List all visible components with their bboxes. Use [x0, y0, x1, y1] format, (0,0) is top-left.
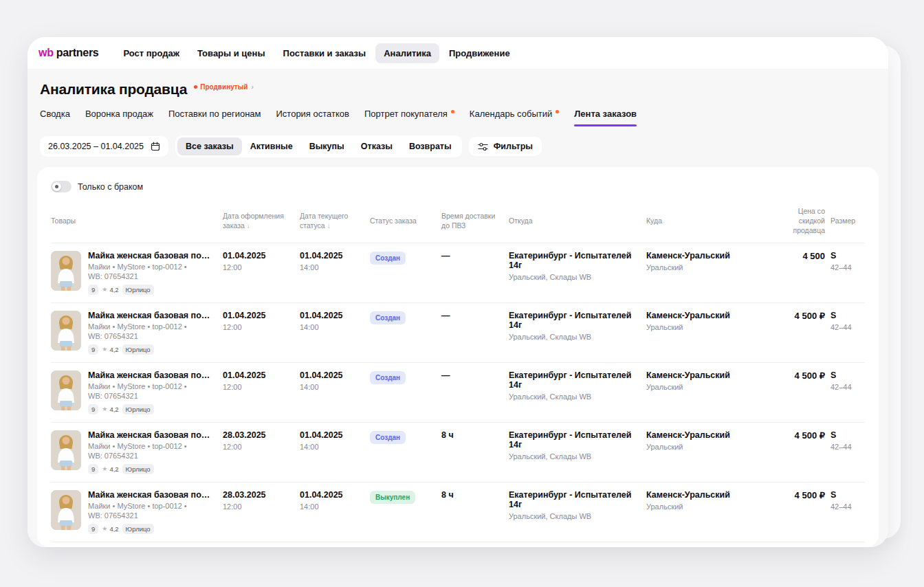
- nav-item-goods-prices[interactable]: Товары и цены: [189, 43, 274, 63]
- tab-supplies-by-region[interactable]: Поставки по регионам: [168, 109, 261, 126]
- from-region: Уральский, Склады WB: [509, 512, 639, 520]
- product-wb-article: WB: 07654321: [88, 511, 215, 520]
- date-range-picker[interactable]: 26.03.2025 – 01.04.2025: [40, 136, 168, 157]
- sort-down-icon: ↓: [327, 222, 331, 230]
- product-info: Майка женская базовая под пи... Майки • …: [88, 430, 215, 474]
- tab-events-calendar[interactable]: Календарь событий: [470, 109, 559, 126]
- status-time: 14:00: [300, 263, 363, 272]
- to-region: Уральский: [646, 443, 766, 451]
- column-header-size: Размер: [830, 216, 865, 225]
- tab-stock-history[interactable]: История остатков: [276, 109, 349, 126]
- table-row[interactable]: Майка женская базовая под пи... Майки • …: [51, 243, 865, 302]
- nav-item-supplies-orders[interactable]: Поставки и заказы: [275, 43, 375, 63]
- status-time: 14:00: [300, 323, 363, 331]
- product-info: Майка женская базовая под пи... Майки • …: [88, 311, 215, 355]
- plan-badge[interactable]: Продвинутый ›: [194, 83, 254, 91]
- product-name[interactable]: Майка женская базовая под пи...: [88, 311, 215, 320]
- entity-badge: Юрлицо: [122, 285, 154, 295]
- price-cell: 4 500: [773, 251, 830, 261]
- product-image: [51, 490, 81, 530]
- order-status-segmented-control: Все заказы Активные Выкупы Отказы Возвра…: [175, 135, 462, 157]
- order-date: 28.03.2025: [223, 430, 293, 440]
- from-cell: Екатеринбург - Испытателей 14г Уральский…: [509, 311, 646, 341]
- nav-item-promotion[interactable]: Продвижение: [441, 43, 518, 63]
- product-name[interactable]: Майка женская базовая под пи...: [88, 490, 215, 500]
- tab-label: Календарь событий: [470, 109, 552, 119]
- status-date-cell: 01.04.2025 14:00: [300, 490, 370, 511]
- column-header-to: Куда: [646, 216, 773, 225]
- date-range-value: 26.03.2025 – 01.04.2025: [48, 142, 144, 151]
- from-warehouse: Екатеринбург - Испытателей 14г: [509, 311, 639, 330]
- rating-badge: ★ 4,2: [102, 525, 118, 533]
- tab-orders-feed[interactable]: Лента заказов: [574, 109, 637, 126]
- table-row[interactable]: Майка женская базовая под пи... Майки • …: [51, 422, 865, 482]
- nav-item-sales-growth[interactable]: Рост продаж: [115, 43, 188, 63]
- defect-toggle-row: Только с браком: [37, 175, 879, 203]
- to-cell: Каменск-Уральский Уральский: [646, 370, 773, 391]
- segment-declines[interactable]: Отказы: [353, 137, 401, 155]
- table-row[interactable]: Майка женская базовая под пи... Майки • …: [51, 362, 865, 422]
- tab-buyer-portrait[interactable]: Портрет покупателя: [364, 109, 454, 126]
- star-icon: ★: [102, 346, 107, 353]
- table-row[interactable]: Майка женская базовая под пи... Майки • …: [51, 302, 865, 362]
- segment-all-orders[interactable]: Все заказы: [177, 137, 242, 155]
- entity-badge: Юрлицо: [122, 464, 154, 474]
- tab-sales-funnel[interactable]: Воронка продаж: [85, 109, 153, 126]
- status-date: 01.04.2025: [300, 251, 363, 261]
- nav-item-analytics[interactable]: Аналитика: [375, 43, 439, 63]
- column-header-status-date[interactable]: Дата текущего статуса ↓: [300, 211, 370, 231]
- order-time: 12:00: [223, 323, 293, 331]
- column-header-order-date[interactable]: Дата оформления заказа ↓: [223, 211, 300, 231]
- size-cell: S 42–44: [830, 490, 865, 511]
- status-date-cell: 01.04.2025 14:00: [300, 430, 370, 451]
- product-meta: Майки • MyStore • top-0012 •: [88, 502, 215, 510]
- price-cell: 4 500 ₽: [773, 430, 830, 441]
- table-body: Майка женская базовая под пи... Майки • …: [37, 243, 879, 547]
- product-name[interactable]: Майка женская базовая под пи...: [88, 370, 215, 380]
- notification-dot-icon: [556, 110, 559, 113]
- rating-badge: ★ 4,2: [102, 406, 118, 413]
- product-meta: Майки • MyStore • top-0012 •: [88, 322, 215, 331]
- photos-count-badge: 9: [88, 464, 98, 474]
- rating-value: 4,2: [109, 406, 118, 413]
- product-cell: Майка женская базовая под пи... Майки • …: [51, 311, 223, 355]
- column-header-order-status: Статус заказа: [370, 216, 441, 225]
- to-city: Каменск-Уральский: [646, 311, 766, 320]
- rating-badge: ★ 4,2: [102, 286, 118, 294]
- segment-returns[interactable]: Возвраты: [401, 137, 460, 155]
- to-region: Уральский: [646, 383, 766, 391]
- table-row[interactable]: Майка женская базовая под пи... Майки • …: [51, 482, 865, 542]
- app-window: wb partners Рост продаж Товары и цены По…: [28, 37, 888, 547]
- table-row[interactable]: Майка женская базовая под пи... Майки • …: [51, 542, 865, 547]
- size-value: S: [830, 490, 858, 500]
- notification-dot-icon: [451, 110, 454, 113]
- star-icon: ★: [102, 465, 107, 472]
- column-header-products: Товары: [51, 216, 223, 225]
- from-region: Уральский, Склады WB: [509, 333, 639, 341]
- rating-value: 4,2: [109, 286, 118, 294]
- size-range: 42–44: [830, 263, 858, 272]
- to-city: Каменск-Уральский: [646, 251, 766, 261]
- only-defects-toggle[interactable]: [51, 181, 72, 192]
- status-cell: Создан: [370, 311, 441, 324]
- from-region: Уральский, Склады WB: [509, 452, 639, 461]
- order-time: 12:00: [223, 383, 293, 391]
- product-name[interactable]: Майка женская базовая под пи...: [88, 430, 215, 440]
- product-badges: 9 ★ 4,2 Юрлицо: [88, 524, 215, 534]
- status-cell: Выкуплен: [370, 490, 441, 504]
- chevron-right-icon: ›: [251, 83, 253, 91]
- star-icon: ★: [102, 525, 107, 532]
- from-warehouse: Екатеринбург - Испытателей 14г: [509, 251, 639, 270]
- delivery-time-cell: —: [441, 311, 509, 320]
- segment-buyouts[interactable]: Выкупы: [301, 137, 353, 155]
- orders-table-card: Только с браком Товары Дата оформления з…: [37, 167, 879, 547]
- filters-button[interactable]: Фильтры: [469, 137, 542, 156]
- tab-summary[interactable]: Сводка: [40, 109, 70, 126]
- product-name[interactable]: Майка женская базовая под пи...: [88, 251, 215, 261]
- product-meta: Майки • MyStore • top-0012 •: [88, 442, 215, 450]
- segment-active[interactable]: Активные: [242, 137, 301, 155]
- status-badge: Выкуплен: [370, 491, 415, 504]
- from-cell: Екатеринбург - Испытателей 14г Уральский…: [509, 251, 646, 281]
- status-date-cell: 01.04.2025 14:00: [300, 370, 370, 391]
- wb-partners-logo[interactable]: wb partners: [38, 47, 98, 59]
